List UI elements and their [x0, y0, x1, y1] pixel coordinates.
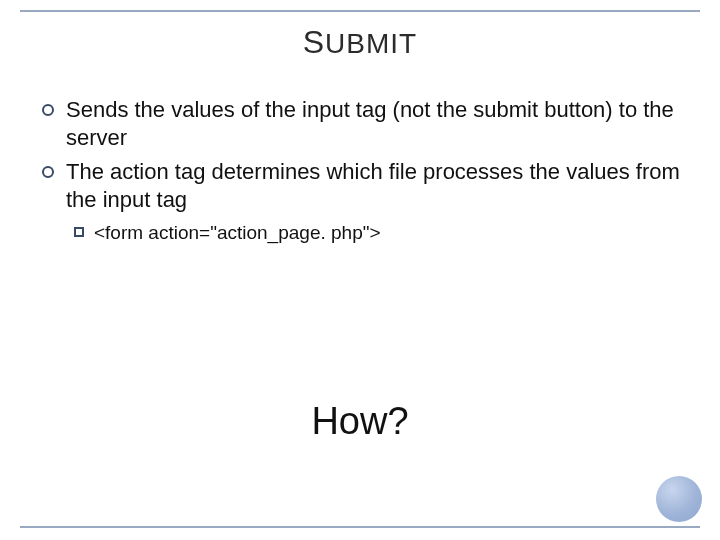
- slide: SUBMIT Sends the values of the input tag…: [0, 0, 720, 540]
- content-area: Sends the values of the input tag (not t…: [42, 96, 684, 245]
- corner-decoration: [656, 476, 702, 522]
- title-first-letter: S: [303, 24, 325, 60]
- bullet-item: Sends the values of the input tag (not t…: [42, 96, 684, 152]
- slide-title: SUBMIT: [0, 24, 720, 61]
- bottom-rule: [20, 526, 700, 528]
- bullet-text: The action tag determines which file pro…: [66, 158, 684, 214]
- square-bullet-icon: [74, 227, 84, 237]
- bullet-icon: [42, 104, 54, 116]
- sub-bullet-text: <form action="action_page. php">: [94, 221, 381, 246]
- bullet-text: Sends the values of the input tag (not t…: [66, 96, 684, 152]
- how-heading: How?: [0, 400, 720, 443]
- sub-bullet-item: <form action="action_page. php">: [74, 221, 684, 246]
- bullet-item: The action tag determines which file pro…: [42, 158, 684, 214]
- bullet-icon: [42, 166, 54, 178]
- top-rule: [20, 10, 700, 12]
- title-rest: UBMIT: [325, 28, 417, 59]
